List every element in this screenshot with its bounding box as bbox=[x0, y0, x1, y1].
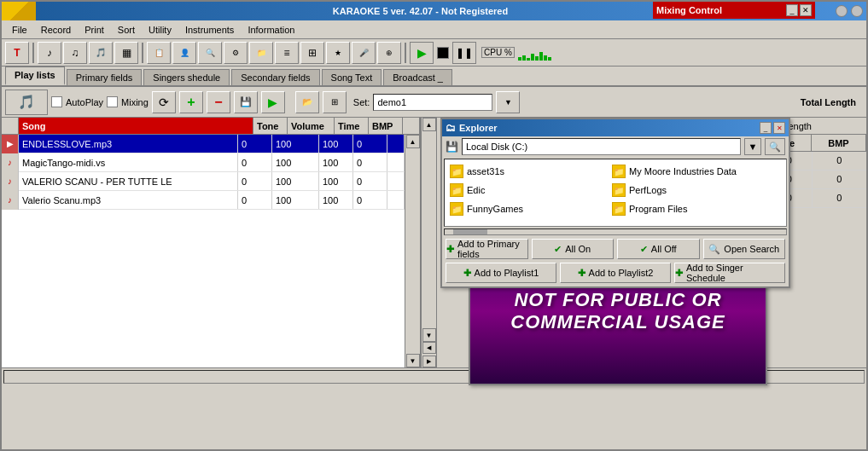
folder-item[interactable]: 📁 Program Files bbox=[610, 200, 771, 217]
all-off-btn[interactable]: ✔ All Off bbox=[617, 239, 700, 259]
check-icon-2: ✔ bbox=[640, 244, 648, 255]
tab-singers-schedule[interactable]: Singers shedule bbox=[143, 69, 230, 85]
folder-item[interactable]: 📁 My Moore Industries Data bbox=[610, 163, 771, 180]
toolbar-btn-5[interactable]: 📋 bbox=[147, 42, 171, 64]
menu-instruments[interactable]: Instruments bbox=[178, 23, 241, 37]
toolbar-btn-7[interactable]: 🔍 bbox=[198, 42, 222, 64]
toolbar-btn-4[interactable]: ▦ bbox=[114, 42, 138, 64]
right-scroll-right[interactable]: ▶ bbox=[422, 356, 436, 367]
address-dropdown-btn[interactable]: ▼ bbox=[744, 138, 761, 155]
song-time-4: 100 bbox=[319, 191, 353, 209]
add-singer-btn[interactable]: ✚ Add to Singer Schedule bbox=[674, 263, 785, 283]
explorer-minimize-btn[interactable]: _ bbox=[760, 122, 772, 134]
toolbar-rotate-btn[interactable]: ⟳ bbox=[152, 91, 176, 113]
folder-item[interactable]: 📁 asset31s bbox=[448, 163, 609, 180]
menu-file[interactable]: File bbox=[5, 23, 34, 37]
menu-information[interactable]: Information bbox=[241, 23, 301, 37]
address-input[interactable]: Local Disk (C:) bbox=[462, 138, 741, 155]
add-playlist1-label: Add to Playlist1 bbox=[475, 268, 539, 278]
toolbar-open-btn[interactable]: 📂 bbox=[295, 91, 319, 113]
title-bar: KARAOKE 5 ver. 42.07 - Not Registered Mi… bbox=[2, 2, 866, 20]
song-volume-4: 100 bbox=[272, 191, 319, 209]
add-playlist2-btn[interactable]: ✚ Add to Playlist2 bbox=[560, 263, 671, 283]
song-row[interactable]: ♪ Valerio Scanu.mp3 0 100 100 0 bbox=[2, 191, 405, 210]
song-arrow-1 bbox=[387, 135, 405, 153]
tab-primary-fields[interactable]: Primary fields bbox=[67, 69, 143, 85]
add-primary-label: Add to Primary fields bbox=[457, 239, 527, 259]
menu-record[interactable]: Record bbox=[34, 23, 78, 37]
open-search-label: Open Search bbox=[724, 244, 779, 254]
toolbar-btn-3[interactable]: 🎵 bbox=[89, 42, 113, 64]
scroll-down-btn[interactable]: ▼ bbox=[406, 354, 420, 367]
toolbar-config-btn[interactable]: ⊞ bbox=[323, 91, 347, 113]
right-scroll-up[interactable]: ▲ bbox=[422, 118, 436, 131]
play-button[interactable]: ▶ bbox=[410, 42, 434, 64]
toolbar-btn-11[interactable]: ⊞ bbox=[300, 42, 324, 64]
right-scroll-down[interactable]: ▼ bbox=[422, 328, 436, 342]
pause-button[interactable]: ❚❚ bbox=[452, 42, 476, 64]
menu-utility[interactable]: Utility bbox=[142, 23, 178, 37]
set-input[interactable] bbox=[373, 94, 492, 111]
row-icon-4: ♪ bbox=[2, 191, 19, 210]
explorer-close-btn[interactable]: ✕ bbox=[773, 122, 785, 134]
toolbar-btn-8[interactable]: ⚙ bbox=[224, 42, 248, 64]
toolbar-btn-10[interactable]: ≡ bbox=[275, 42, 299, 64]
stop-button[interactable]: ■ bbox=[437, 47, 449, 59]
mixing-checkbox[interactable] bbox=[107, 96, 118, 107]
folder-item[interactable]: 📁 Edic bbox=[448, 182, 609, 199]
explorer-title-text: Explorer bbox=[459, 123, 498, 133]
add-playlist1-btn[interactable]: ✚ Add to Playlist1 bbox=[446, 263, 556, 283]
toolbar-btn-1[interactable]: T bbox=[5, 42, 29, 64]
tab-song-text[interactable]: Song Text bbox=[322, 69, 382, 85]
folder-icon: 📁 bbox=[450, 183, 463, 197]
scroll-up-btn[interactable]: ▲ bbox=[406, 135, 420, 148]
toolbar-btn-music1[interactable]: ♪ bbox=[38, 42, 61, 64]
toolbar-play-btn[interactable]: ▶ bbox=[261, 91, 285, 113]
separator-2 bbox=[142, 43, 143, 63]
col-header-tone: Tone bbox=[253, 118, 288, 134]
cpu-bar-3 bbox=[527, 58, 530, 61]
toolbar-btn-14[interactable]: ⊕ bbox=[377, 42, 401, 64]
action-row-1: ✚ Add to Primary fields ✔ All On ✔ All O… bbox=[446, 239, 785, 259]
toolbar-btn-12[interactable]: ★ bbox=[326, 42, 350, 64]
song-list-area: Song Tone Volume Time BMP ▶ ENDLESSLOVE.… bbox=[2, 118, 422, 367]
tab-broadcast[interactable]: Broadcast _ bbox=[383, 69, 452, 85]
set-dropdown-btn[interactable]: ▼ bbox=[496, 91, 520, 113]
song-volume-1: 100 bbox=[272, 135, 319, 153]
folder-item[interactable]: 📁 PerfLogs bbox=[610, 182, 771, 199]
toolbar-btn-6[interactable]: 👤 bbox=[172, 42, 196, 64]
song-row[interactable]: ▶ ENDLESSLOVE.mp3 0 100 100 0 bbox=[2, 135, 405, 153]
toolbar-btn-music2[interactable]: ♫ bbox=[63, 42, 87, 64]
toolbar-btn-13[interactable]: 🎤 bbox=[352, 42, 376, 64]
menu-sort[interactable]: Sort bbox=[111, 23, 142, 37]
tab-playlists[interactable]: Play lists bbox=[5, 66, 65, 85]
total-length-label: Total Length bbox=[801, 97, 856, 107]
song-row[interactable]: ♪ MagicTango-midi.vs 0 100 100 0 bbox=[2, 153, 405, 172]
toolbar-minus-btn[interactable]: − bbox=[207, 91, 230, 113]
menu-print[interactable]: Print bbox=[78, 23, 111, 37]
toolbar-btn-9[interactable]: 📁 bbox=[249, 42, 273, 64]
folder-icon: 📁 bbox=[612, 183, 626, 197]
toolbar-add-btn[interactable]: + bbox=[179, 91, 203, 113]
mixing-close-button[interactable]: ✕ bbox=[800, 4, 812, 16]
song-arrow-3 bbox=[387, 172, 405, 190]
plus-icon: ✚ bbox=[446, 244, 454, 255]
mixing-minimize-button[interactable]: _ bbox=[786, 4, 798, 16]
folder-item[interactable]: 📁 FunnyGames bbox=[448, 200, 609, 217]
add-primary-btn[interactable]: ✚ Add to Primary fields bbox=[446, 239, 528, 259]
action-row-2: ✚ Add to Playlist1 ✚ Add to Playlist2 ✚ … bbox=[446, 263, 785, 283]
explorer-scrollbar[interactable] bbox=[444, 228, 787, 235]
dot-left bbox=[836, 5, 848, 17]
toolbar-save-btn[interactable]: 💾 bbox=[234, 91, 258, 113]
autoplay-checkbox[interactable] bbox=[51, 96, 62, 107]
open-search-btn[interactable]: 🔍 Open Search bbox=[703, 239, 786, 259]
all-on-btn[interactable]: ✔ All On bbox=[532, 239, 615, 259]
tab-secondary-fields[interactable]: Secondary fields bbox=[231, 69, 319, 85]
explorer-window-buttons: _ ✕ bbox=[760, 122, 785, 134]
song-row[interactable]: ♪ VALERIO SCANU - PER TUTTE LE 0 100 100… bbox=[2, 172, 405, 191]
explorer-actions: ✚ Add to Primary fields ✔ All On ✔ All O… bbox=[442, 235, 789, 286]
plus-icon-4: ✚ bbox=[675, 268, 683, 279]
explore-go-btn[interactable]: 🔍 bbox=[765, 138, 785, 155]
right-scroll-left[interactable]: ◀ bbox=[422, 342, 436, 354]
cpu-meter: CPU % bbox=[481, 45, 551, 61]
